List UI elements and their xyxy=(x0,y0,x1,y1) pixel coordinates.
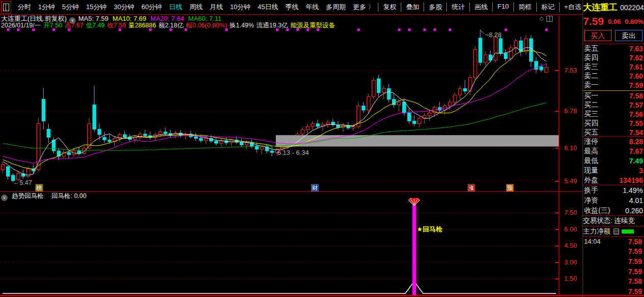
period-tab[interactable]: 月线 xyxy=(206,3,227,12)
period-tab[interactable]: 日线 xyxy=(166,3,186,12)
period-tab[interactable]: 5分钟 xyxy=(58,3,82,12)
tick-price: 7.59 xyxy=(628,268,642,276)
order-book: 卖五7.63卖四7.62卖三7.61卖二7.60卖一7.59买一7.58买二7.… xyxy=(583,44,644,137)
diamond-icon[interactable]: ◇ xyxy=(539,15,543,22)
toolbar-button[interactable]: F10 xyxy=(492,3,513,12)
stat-value: 134196 xyxy=(619,176,643,184)
period-tab[interactable]: 1分钟 xyxy=(35,3,58,12)
signal-dot xyxy=(226,28,228,31)
ask-level-row[interactable]: 卖三7.61 xyxy=(583,62,644,72)
indicator-chart[interactable]: ★回马枪 xyxy=(0,198,559,296)
indicator-axis-label: 7.50 xyxy=(559,209,582,216)
period-tab[interactable]: 分时 xyxy=(14,3,35,12)
signal-dot xyxy=(424,28,426,31)
ask-level-row[interactable]: 卖二7.60 xyxy=(583,72,644,81)
period-tab[interactable]: 60分钟 xyxy=(138,3,165,12)
ask-level-row[interactable]: 卖一7.59 xyxy=(583,81,644,90)
bid-price: 7.56 xyxy=(629,110,643,118)
tick-list: 14:047.587.597.597.597.587.59 xyxy=(583,236,644,296)
bid-label: 买一 xyxy=(584,91,598,101)
signal-dot xyxy=(297,28,299,31)
signal-dot xyxy=(149,28,152,31)
tick-price: 7.59 xyxy=(628,287,642,295)
period-tab[interactable]: 10分钟 xyxy=(227,3,254,12)
last-price-row: 7.59 0.06 0.80% xyxy=(583,14,644,28)
low-price-annotation: ←5.47 xyxy=(13,179,32,186)
panel-split-line[interactable] xyxy=(0,191,583,192)
event-badge[interactable]: 榜 xyxy=(36,184,43,191)
period-tabs: 分时1分钟5分钟15分钟30分钟60分钟日线周线月线10分钟45日线季线年线多周… xyxy=(14,3,378,12)
event-badge[interactable]: 预 xyxy=(506,184,513,191)
main-force-row: 主力净额 xyxy=(583,226,644,236)
bid-level-row[interactable]: 买二7.57 xyxy=(583,101,644,110)
period-tab[interactable]: 多周期 xyxy=(323,3,349,12)
period-tab[interactable]: 季线 xyxy=(282,3,302,12)
signal-dot xyxy=(307,28,309,31)
event-badge[interactable]: 涨 xyxy=(468,184,475,191)
stat-label: 涨停 xyxy=(584,137,598,146)
ma-legend-item: MA10: 7.69 xyxy=(113,15,147,22)
signal-spike-bar xyxy=(412,205,416,295)
period-tab[interactable]: 45日线 xyxy=(254,3,281,12)
stock-name: 大连重工 xyxy=(583,2,618,13)
toolbar-button[interactable]: 复权 xyxy=(378,3,401,12)
toolbar-button[interactable]: +自选 xyxy=(559,3,583,12)
ask-level-row[interactable]: 卖四7.62 xyxy=(583,53,644,62)
period-tab[interactable]: 周线 xyxy=(186,3,206,12)
buy-button[interactable]: 买入 xyxy=(584,30,611,41)
indicator-axis-label: 6.00 xyxy=(559,226,582,233)
list-icon[interactable] xyxy=(614,228,619,235)
ask-level-row[interactable]: 卖五7.63 xyxy=(583,44,644,53)
price-axis-label: 7.53 xyxy=(559,67,582,74)
bid-price: 7.57 xyxy=(629,101,643,109)
signal-dot xyxy=(185,28,187,31)
period-tab[interactable]: 年线 xyxy=(302,3,323,12)
bid-level-row[interactable]: 买三7.56 xyxy=(583,110,644,119)
ma-legend-item: MA60: 7.11 xyxy=(188,15,222,22)
tick-price: 7.58 xyxy=(628,238,642,246)
toolbar-button[interactable]: 统计 xyxy=(446,3,469,12)
main-candlestick-chart[interactable]: 6.13 - 6.34~8.28←5.47榜财涨预 xyxy=(0,24,559,191)
stat-value: 0.260 xyxy=(625,207,643,215)
chart-info-row: 大连重工(日线.前复权)∨MA5: 7.59MA10: 7.69MA20: 7.… xyxy=(1,15,226,22)
svg-text:榜: 榜 xyxy=(37,185,42,191)
signal-dot xyxy=(68,28,71,31)
bid-level-row[interactable]: 买四7.55 xyxy=(583,119,644,128)
tick-row: 7.59 xyxy=(583,267,644,277)
signal-dot xyxy=(505,28,507,31)
bid-label: 买四 xyxy=(584,119,598,128)
signal-dot xyxy=(53,28,55,31)
price-axis-label: 6.78 xyxy=(559,108,582,115)
chart-corner-icons: ◇ xyxy=(539,15,553,22)
stat-row: 换手1.49% xyxy=(583,185,644,195)
sell-button[interactable]: 卖出 xyxy=(615,30,642,41)
price-zone-label: 6.13 - 6.34 xyxy=(277,149,309,156)
period-tab[interactable]: 15分钟 xyxy=(82,3,110,12)
ask-label: 卖三 xyxy=(584,62,598,72)
window-layout-button[interactable] xyxy=(1,1,11,14)
toolbar-button[interactable]: 画线 xyxy=(469,3,492,12)
toolbar-button[interactable]: 简框 xyxy=(513,3,536,12)
ask-price: 7.60 xyxy=(629,72,643,80)
last-price: 7.59 xyxy=(583,15,604,27)
toolbar-button[interactable]: 叠加 xyxy=(401,3,424,12)
signal-dot xyxy=(119,28,121,31)
ask-price: 7.63 xyxy=(629,45,643,53)
tick-price: 7.59 xyxy=(628,247,642,255)
toolbar-button[interactable]: 标记 xyxy=(536,3,559,12)
ask-label: 卖二 xyxy=(584,72,598,81)
signal-dot xyxy=(170,28,172,31)
toolbar-button[interactable]: 多股 xyxy=(424,3,446,12)
split-pane-icon[interactable] xyxy=(546,16,553,22)
period-tab[interactable]: 更多 〉 xyxy=(349,3,378,12)
top-menu-bar: 分时1分钟5分钟15分钟30分钟60分钟日线周线月线10分钟45日线季线年线多周… xyxy=(0,0,583,15)
bid-ask-divider xyxy=(583,90,644,91)
event-badge[interactable]: 财 xyxy=(311,184,318,191)
price-axis-label: 6.10 xyxy=(559,145,582,152)
stat-label: 换手 xyxy=(584,186,598,195)
ask-label: 卖一 xyxy=(584,81,598,90)
stock-code: 002204 xyxy=(620,4,644,12)
period-tab[interactable]: 30分钟 xyxy=(110,3,138,12)
ask-price: 7.62 xyxy=(629,54,643,62)
bid-level-row[interactable]: 买一7.58 xyxy=(583,91,644,101)
